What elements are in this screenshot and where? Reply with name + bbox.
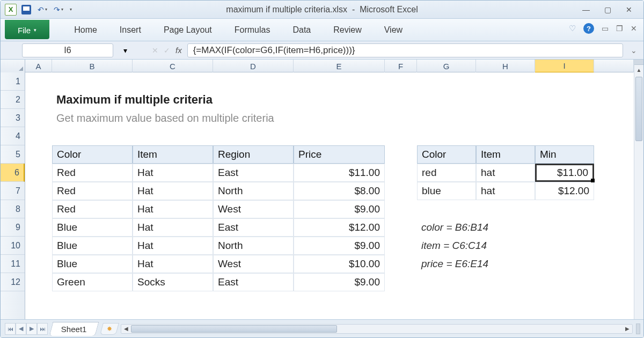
name-box-dropdown[interactable]: ▾ [119, 45, 131, 56]
qat-customize[interactable]: ▾ [68, 6, 74, 13]
selected-cell[interactable]: $11.00 [535, 164, 594, 182]
name-box[interactable]: I6 [22, 43, 113, 57]
column-header-I[interactable]: I [535, 60, 594, 72]
cell-G6[interactable]: red [417, 164, 476, 182]
vertical-scrollbar[interactable]: ▲ [634, 60, 643, 319]
cell-B10[interactable]: Blue [52, 237, 133, 255]
sheet-nav-next[interactable]: ▶ [26, 323, 37, 335]
column-header-A[interactable]: A [25, 60, 52, 72]
ribbon-minimize[interactable]: ▭ [602, 24, 609, 33]
cell-H7[interactable]: hat [476, 182, 535, 200]
row-header-3[interactable]: 3 [1, 109, 25, 127]
cell-E12[interactable]: $9.00 [294, 273, 385, 291]
row-header-1[interactable]: 1 [1, 72, 25, 91]
window-maximize[interactable]: ▢ [602, 5, 613, 14]
excel-app-icon[interactable]: X [5, 4, 17, 16]
cell-B8[interactable]: Red [52, 200, 133, 218]
formula-input[interactable]: {=MAX(IF(color=G6,IF(item=H6,price)))} [187, 43, 623, 57]
main-header-region[interactable]: Region [213, 145, 294, 164]
side-header-min[interactable]: Min [535, 145, 594, 164]
scroll-right-button[interactable]: ▶ [623, 326, 632, 332]
cell-D6[interactable]: East [213, 164, 294, 182]
vertical-scroll-thumb[interactable] [635, 77, 642, 141]
horizontal-scrollbar[interactable]: ◀ ▶ [121, 324, 633, 334]
cell-C12[interactable]: Socks [133, 273, 213, 291]
cells-area[interactable]: Maximum if multiple criteriaGet maximum … [25, 72, 634, 319]
formula-bar-expand[interactable]: ⌄ [628, 46, 639, 55]
cell-E9[interactable]: $12.00 [294, 218, 385, 237]
ribbon-tab-view[interactable]: View [381, 22, 406, 38]
fx-icon[interactable]: fx [175, 46, 182, 55]
row-header-2[interactable]: 2 [1, 91, 25, 109]
column-header-B[interactable]: B [52, 60, 133, 72]
worksheet-grid[interactable]: ABCDEFGHI 123456789101112 Maximum if mul… [1, 60, 643, 319]
ribbon-tab-data[interactable]: Data [289, 22, 314, 38]
options-heart-icon[interactable]: ♡ [569, 24, 576, 33]
sheet-nav-first[interactable]: ⏮ [5, 323, 16, 335]
qat-save[interactable] [20, 4, 33, 16]
cell-G7[interactable]: blue [417, 182, 476, 200]
cell-C11[interactable]: Hat [133, 255, 213, 273]
window-minimize[interactable]: — [580, 5, 592, 14]
cell-C7[interactable]: Hat [133, 182, 213, 200]
cell-I7[interactable]: $12.00 [535, 182, 594, 200]
cell-C10[interactable]: Hat [133, 237, 213, 255]
cell-E10[interactable]: $9.00 [294, 237, 385, 255]
cell-B6[interactable]: Red [52, 164, 133, 182]
row-header-9[interactable]: 9 [1, 218, 25, 237]
sheet-nav-last[interactable]: ⏭ [37, 323, 48, 335]
column-header-H[interactable]: H [476, 60, 535, 72]
side-header-item[interactable]: Item [476, 145, 535, 164]
horizontal-split-handle[interactable] [636, 324, 640, 334]
horizontal-scroll-thumb[interactable] [131, 325, 338, 333]
cell-B9[interactable]: Blue [52, 218, 133, 237]
cell-C9[interactable]: Hat [133, 218, 213, 237]
cell-D11[interactable]: West [213, 255, 294, 273]
row-header-4[interactable]: 4 [1, 127, 25, 145]
column-header-D[interactable]: D [213, 60, 294, 72]
cell-C6[interactable]: Hat [133, 164, 213, 182]
column-header-E[interactable]: E [294, 60, 385, 72]
cell-B12[interactable]: Green [52, 273, 133, 291]
row-header-6[interactable]: 6 [1, 164, 25, 182]
row-header-7[interactable]: 7 [1, 182, 25, 200]
cell-E7[interactable]: $8.00 [294, 182, 385, 200]
new-sheet-button[interactable]: ✸ [100, 323, 119, 335]
help-button[interactable]: ? [583, 23, 594, 34]
main-header-price[interactable]: Price [294, 145, 385, 164]
cell-D10[interactable]: North [213, 237, 294, 255]
file-tab[interactable]: File ▾ [5, 20, 49, 39]
column-header-G[interactable]: G [417, 60, 476, 72]
cell-D8[interactable]: West [213, 200, 294, 218]
ribbon-tab-page-layout[interactable]: Page Layout [160, 22, 215, 38]
column-header-F[interactable]: F [385, 60, 417, 72]
row-header-8[interactable]: 8 [1, 200, 25, 218]
sheet-tab-1[interactable]: Sheet1 [49, 322, 99, 336]
select-all-corner[interactable] [1, 60, 25, 72]
column-header-C[interactable]: C [133, 60, 213, 72]
row-header-12[interactable]: 12 [1, 273, 25, 291]
cell-D9[interactable]: East [213, 218, 294, 237]
row-header-11[interactable]: 11 [1, 255, 25, 273]
cell-E8[interactable]: $9.00 [294, 200, 385, 218]
window-close[interactable]: ✕ [623, 5, 635, 14]
fill-handle[interactable] [591, 179, 595, 182]
qat-redo[interactable]: ↷▾ [52, 4, 65, 15]
cell-C8[interactable]: Hat [133, 200, 213, 218]
cell-B7[interactable]: Red [52, 182, 133, 200]
main-header-color[interactable]: Color [52, 145, 133, 164]
row-header-5[interactable]: 5 [1, 145, 25, 164]
cell-E11[interactable]: $10.00 [294, 255, 385, 273]
main-header-item[interactable]: Item [133, 145, 213, 164]
vertical-split-handle[interactable] [634, 60, 643, 65]
workbook-restore[interactable]: ❐ [616, 24, 623, 33]
ribbon-tab-formulas[interactable]: Formulas [231, 22, 274, 38]
cell-E6[interactable]: $11.00 [294, 164, 385, 182]
cell-D7[interactable]: North [213, 182, 294, 200]
ribbon-tab-home[interactable]: Home [71, 22, 100, 38]
scroll-left-button[interactable]: ◀ [121, 326, 131, 332]
ribbon-tab-insert[interactable]: Insert [116, 22, 144, 38]
cell-D12[interactable]: East [213, 273, 294, 291]
workbook-close[interactable]: ✕ [631, 24, 637, 33]
sheet-nav-prev[interactable]: ◀ [16, 323, 26, 335]
